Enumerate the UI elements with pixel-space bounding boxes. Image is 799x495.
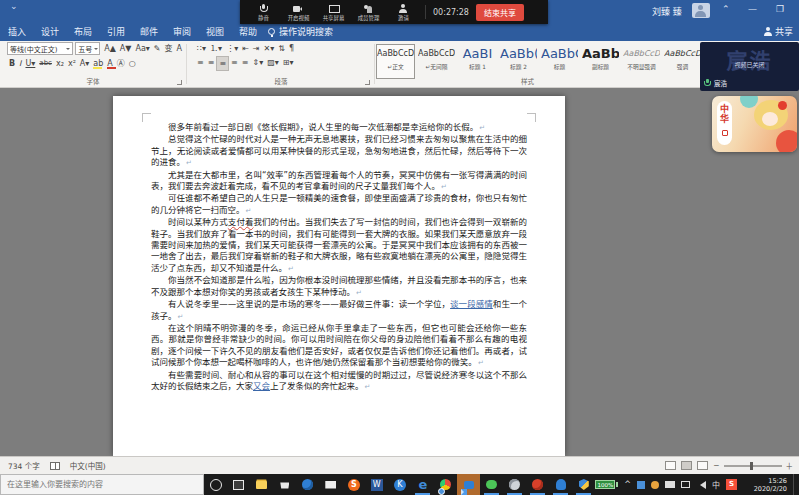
account-name[interactable]: 刘臻 臻 bbox=[652, 5, 682, 18]
ribbon-display-options-icon[interactable]: ⌃ bbox=[722, 4, 730, 14]
chat-tray-icon[interactable] bbox=[681, 481, 690, 488]
font-tool-button[interactable]: Ⓐ bbox=[115, 57, 127, 70]
ribbon-tab[interactable]: 帮助 bbox=[239, 25, 257, 38]
meeting-tool-button[interactable]: 邀请 bbox=[386, 3, 421, 22]
doc-paragraph[interactable]: 有人说冬季里——这里说的是市场的寒冬——最好做三件事：读一个学位，谈一段感情和生… bbox=[151, 299, 527, 323]
meeting-tool-button[interactable]: 开启视频 bbox=[281, 3, 316, 22]
doc-paragraph[interactable]: 有些需要时间、耐心和从容的事可以在这个相对缓慢的时期过过，尽管说经济寒冬以这个不… bbox=[151, 370, 527, 394]
minimize-button[interactable]: — bbox=[748, 4, 757, 14]
people-tray-icon[interactable] bbox=[651, 481, 659, 489]
speaker-icon[interactable] bbox=[696, 481, 706, 489]
taskbar-app-icon[interactable]: W bbox=[365, 474, 388, 495]
taskbar-app-icon[interactable] bbox=[549, 474, 572, 495]
tray-expand-caret[interactable]: ^ bbox=[624, 480, 631, 489]
paragraph-tool-button[interactable]: ≡ bbox=[229, 56, 240, 71]
paragraph-tool-button[interactable]: ≡ bbox=[240, 56, 251, 71]
doc-paragraph[interactable]: 你当然不会知道那是什么啦，因为你根本没时间梳理那些情绪，并且没看完那本书的序言，… bbox=[151, 275, 527, 299]
font-tool-button[interactable]: x² bbox=[66, 57, 78, 70]
paragraph-tool-button[interactable]: ⇤ bbox=[240, 42, 251, 55]
taskbar-app-icon[interactable] bbox=[296, 474, 319, 495]
zoom-slider-thumb[interactable] bbox=[750, 462, 753, 470]
font-tool-button[interactable]: Aa▾ bbox=[133, 42, 151, 55]
end-share-button[interactable]: 结束共享 bbox=[476, 4, 524, 21]
font-tool-button[interactable]: x₂ bbox=[54, 57, 66, 70]
doc-paragraph[interactable]: 很多年前看过一部日剧《悠长假期》，说人生里的每一次低潮都是幸运给你的长假。↵ bbox=[151, 122, 527, 134]
proofing-book-icon[interactable] bbox=[50, 462, 60, 470]
font-tool-button[interactable]: A▲ bbox=[102, 42, 118, 55]
style-card[interactable]: AaBbCcDd ↵正文 bbox=[376, 44, 415, 79]
taskbar-app-icon[interactable] bbox=[480, 474, 503, 495]
doc-paragraph[interactable]: 尤其是在大都市里，名叫“效率”的东西管理着每个人的节奏，冥冥中仿佛有一张写得满满… bbox=[151, 170, 527, 194]
font-tool-button[interactable]: A▾ bbox=[78, 57, 92, 70]
taskbar-clock[interactable]: 15:26 2020/2/20 bbox=[743, 477, 787, 493]
paragraph-tool-button[interactable]: ≡ bbox=[216, 56, 229, 71]
sogou-ime-icon[interactable]: S bbox=[726, 479, 737, 490]
ribbon-tab[interactable]: 邮件 bbox=[140, 25, 158, 38]
participant-video-tile[interactable]: 宸浩 视频已关闭 宸浩 bbox=[700, 42, 799, 91]
word-count[interactable]: 734 个字 bbox=[8, 460, 40, 471]
font-tool-button[interactable]: B bbox=[7, 57, 17, 70]
font-tool-button[interactable]: 变 bbox=[163, 42, 175, 55]
doc-paragraph[interactable]: 时间以某种方式支付着我们的付出。当我们失去了写一封信的时间，我们也许会得到一双崭… bbox=[151, 217, 527, 275]
font-tool-button[interactable]: U▾ bbox=[23, 57, 37, 70]
font-tool-button[interactable]: ab bbox=[91, 57, 105, 70]
meeting-tool-button[interactable]: 成员管理 bbox=[351, 3, 386, 22]
document-page[interactable]: 很多年前看过一部日剧《悠长假期》，说人生里的每一次低潮都是幸运给你的长假。↵总觉… bbox=[113, 96, 565, 456]
taskbar-app-icon[interactable]: K bbox=[388, 474, 411, 495]
taskbar-app-icon[interactable] bbox=[204, 474, 227, 495]
ribbon-tab[interactable]: 设计 bbox=[41, 25, 59, 38]
meeting-tool-button[interactable]: 共享屏幕 bbox=[316, 3, 351, 22]
paragraph-tool-button[interactable]: ⇥ bbox=[251, 42, 262, 55]
paragraph-tool-button[interactable]: ⇕▾ bbox=[251, 56, 266, 71]
style-card[interactable]: AaBbCcDd 强调 bbox=[663, 44, 702, 79]
paragraph-tool-button[interactable]: ¶ bbox=[287, 42, 296, 55]
ribbon-tab[interactable]: 插入 bbox=[8, 25, 26, 38]
style-card[interactable]: AaBb( 标题 2 bbox=[499, 44, 538, 79]
font-tool-button[interactable]: A bbox=[175, 42, 184, 55]
taskbar-app-icon[interactable] bbox=[319, 474, 342, 495]
paragraph-tool-button[interactable]: ≡ bbox=[206, 56, 217, 71]
paragraph-tool-button[interactable]: ⒈▾ bbox=[208, 42, 224, 55]
paragraph-tool-button[interactable]: ⊞▾ bbox=[281, 56, 296, 71]
taskbar-search-input[interactable] bbox=[0, 474, 204, 495]
font-tool-button[interactable]: A bbox=[105, 57, 114, 70]
tell-me-search[interactable]: 操作说明搜索 bbox=[268, 25, 333, 38]
paragraph-tool-button[interactable]: ≡ bbox=[195, 56, 206, 71]
dialog-launcher-icon[interactable] bbox=[177, 80, 182, 85]
taskbar-app-icon[interactable] bbox=[457, 474, 480, 495]
taskbar-app-icon[interactable] bbox=[526, 474, 549, 495]
doc-link[interactable]: 谈一段感情 bbox=[450, 299, 493, 309]
print-layout-icon[interactable] bbox=[681, 461, 692, 470]
restore-button[interactable]: ❐ bbox=[776, 4, 784, 14]
web-layout-icon[interactable] bbox=[697, 461, 708, 470]
style-card[interactable]: AaBbC 副标题 bbox=[581, 44, 620, 79]
taskbar-app-icon[interactable] bbox=[273, 474, 296, 495]
font-size-select[interactable]: 五号 bbox=[75, 42, 100, 55]
paragraph-tool-button[interactable]: ⋮▾ bbox=[224, 42, 240, 55]
show-desktop-button[interactable] bbox=[793, 474, 797, 495]
taskbar-app-icon[interactable] bbox=[503, 474, 526, 495]
font-name-select[interactable]: 等线(中文正文) bbox=[7, 42, 73, 55]
taskbar-app-icon[interactable] bbox=[434, 474, 457, 495]
zoom-in-button[interactable]: ＋ bbox=[786, 460, 794, 471]
style-card[interactable]: AaBbCcDd ↵无间隔 bbox=[417, 44, 456, 79]
battery-icon[interactable]: 100% bbox=[595, 480, 618, 489]
ribbon-tab[interactable]: 视图 bbox=[206, 25, 224, 38]
paragraph-tool-button[interactable]: ⇅ bbox=[276, 42, 287, 55]
doc-paragraph[interactable]: 在这个阴晴不明弥漫的冬季，命运已经从你手里拿走了一些东西，但它也可能会还给你一些… bbox=[151, 323, 527, 370]
zoom-out-button[interactable]: − bbox=[713, 461, 719, 470]
tray-app-icon[interactable] bbox=[637, 481, 645, 489]
style-card[interactable]: AaBI 标题 1 bbox=[458, 44, 497, 79]
doc-link[interactable]: 又会 bbox=[253, 381, 270, 391]
share-button[interactable]: 共享 bbox=[764, 25, 793, 38]
taskbar-app-icon[interactable] bbox=[572, 474, 595, 495]
style-card[interactable]: AaBbCcDd 不明显强调 bbox=[622, 44, 661, 79]
paragraph-tool-button[interactable]: ∷▾ bbox=[195, 42, 208, 55]
doc-paragraph[interactable]: 可任谁都不希望自己的人生只是一顿精美的速食餐，即使里面盛满了珍贵的食材，你也只有… bbox=[151, 193, 527, 217]
font-tool-button[interactable]: abc bbox=[37, 57, 54, 70]
ribbon-tab[interactable]: 布局 bbox=[74, 25, 92, 38]
font-tool-button[interactable]: A▼ bbox=[118, 42, 134, 55]
taskbar-app-icon[interactable]: S bbox=[342, 474, 365, 495]
font-tool-button[interactable]: ○ bbox=[127, 57, 138, 70]
style-card[interactable]: AaBbC 标题 bbox=[540, 44, 579, 79]
